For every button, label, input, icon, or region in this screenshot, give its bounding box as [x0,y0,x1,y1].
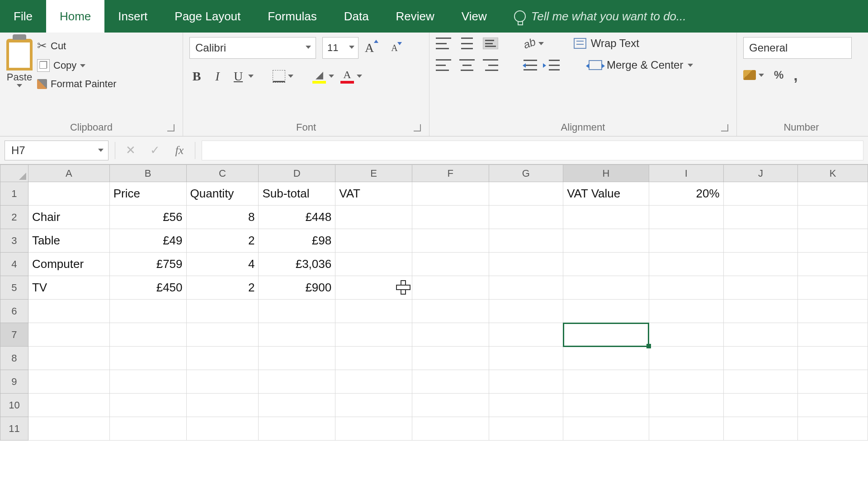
align-right-button[interactable] [483,59,498,71]
bold-button[interactable]: B [189,69,204,84]
cell-K2[interactable] [798,206,868,229]
cell-A3[interactable]: Table [28,229,109,253]
accounting-format-button[interactable] [743,70,764,80]
orientation-button[interactable]: ab [524,37,544,50]
tab-home[interactable]: Home [46,0,104,33]
cell-I8[interactable] [649,347,723,370]
cell-D2[interactable]: £448 [259,206,335,229]
column-header-D[interactable]: D [259,165,335,182]
cell-G3[interactable] [489,229,563,253]
cell-C9[interactable] [186,370,259,394]
cell-I2[interactable] [649,206,723,229]
cell-F8[interactable] [412,347,489,370]
cell-B3[interactable]: £49 [109,229,186,253]
cell-E2[interactable] [335,206,412,229]
tell-me-search[interactable]: Tell me what you want to do... [500,0,686,33]
column-header-K[interactable]: K [798,165,868,182]
cell-B11[interactable] [109,417,186,441]
cell-E9[interactable] [335,370,412,394]
column-header-C[interactable]: C [186,165,259,182]
cell-B1[interactable]: Price [109,182,186,206]
cell-G2[interactable] [489,206,563,229]
cell-F5[interactable] [412,276,489,300]
font-size-select[interactable]: 11 [322,37,359,59]
cell-E7[interactable] [335,323,412,347]
cell-I6[interactable] [649,300,723,323]
cell-F1[interactable] [412,182,489,206]
row-header-2[interactable]: 2 [0,206,28,229]
paste-button[interactable]: Paste [6,37,33,87]
cell-A5[interactable]: TV [28,276,109,300]
cell-K3[interactable] [798,229,868,253]
cell-C11[interactable] [186,417,259,441]
decrease-indent-button[interactable] [524,60,537,70]
cell-D6[interactable] [259,300,335,323]
cell-B10[interactable] [109,394,186,417]
cell-F9[interactable] [412,370,489,394]
row-header-6[interactable]: 6 [0,300,28,323]
align-left-button[interactable] [436,59,451,71]
cell-F3[interactable] [412,229,489,253]
cell-D7[interactable] [259,323,335,347]
merge-center-button[interactable]: Merge & Center [589,59,693,71]
cell-C7[interactable] [186,323,259,347]
tab-formulas[interactable]: Formulas [254,0,330,33]
cell-E11[interactable] [335,417,412,441]
cell-E1[interactable]: VAT [335,182,412,206]
decrease-font-size-button[interactable]: A [391,43,397,53]
cell-E3[interactable] [335,229,412,253]
cell-H7[interactable] [563,323,649,347]
cell-J11[interactable] [723,417,798,441]
cell-F2[interactable] [412,206,489,229]
column-header-G[interactable]: G [489,165,563,182]
formula-input[interactable] [202,141,863,160]
column-header-H[interactable]: H [563,165,649,182]
cell-K11[interactable] [798,417,868,441]
percent-style-button[interactable]: % [774,69,783,81]
cell-G8[interactable] [489,347,563,370]
cell-E4[interactable] [335,253,412,276]
cell-A11[interactable] [28,417,109,441]
cell-I4[interactable] [649,253,723,276]
cell-C2[interactable]: 8 [186,206,259,229]
cell-G9[interactable] [489,370,563,394]
cell-F10[interactable] [412,394,489,417]
column-header-A[interactable]: A [28,165,109,182]
row-header-7[interactable]: 7 [0,323,28,347]
align-center-button[interactable] [459,59,475,71]
group-label-clipboard[interactable]: Clipboard [6,120,176,134]
tab-review[interactable]: Review [382,0,448,33]
cell-J9[interactable] [723,370,798,394]
cell-K1[interactable] [798,182,868,206]
cell-E8[interactable] [335,347,412,370]
increase-indent-button[interactable] [545,60,559,70]
cell-A10[interactable] [28,394,109,417]
cell-J4[interactable] [723,253,798,276]
font-name-select[interactable]: Calibri [189,37,316,59]
cell-I5[interactable] [649,276,723,300]
group-label-font[interactable]: Font [189,120,423,134]
cell-I1[interactable]: 20% [649,182,723,206]
column-header-I[interactable]: I [649,165,723,182]
cell-I10[interactable] [649,394,723,417]
cell-H10[interactable] [563,394,649,417]
row-header-10[interactable]: 10 [0,394,28,417]
cell-H6[interactable] [563,300,649,323]
cell-A1[interactable] [28,182,109,206]
number-format-select[interactable]: General [743,37,852,59]
increase-font-size-button[interactable]: A [365,41,374,55]
cell-A6[interactable] [28,300,109,323]
column-header-J[interactable]: J [723,165,798,182]
cancel-formula-button[interactable]: ✕ [122,143,140,157]
cell-F7[interactable] [412,323,489,347]
cell-J7[interactable] [723,323,798,347]
cell-B5[interactable]: £450 [109,276,186,300]
cell-E6[interactable] [335,300,412,323]
cell-C8[interactable] [186,347,259,370]
comma-style-button[interactable]: , [793,73,797,77]
align-top-button[interactable] [436,38,451,49]
cell-G4[interactable] [489,253,563,276]
enter-formula-button[interactable]: ✓ [146,143,164,157]
cell-I3[interactable] [649,229,723,253]
cell-I7[interactable] [649,323,723,347]
